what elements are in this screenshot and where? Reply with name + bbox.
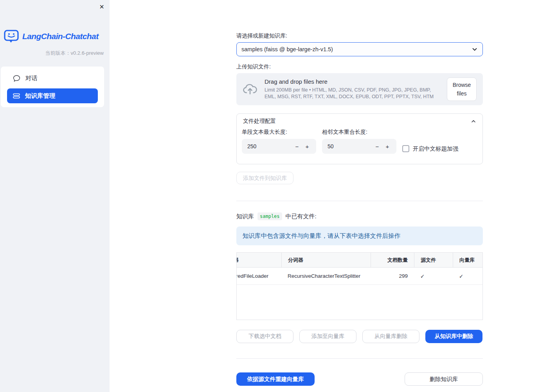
cloud-upload-icon [243,83,257,95]
add-files-button[interactable]: 添加文件到知识库 [236,172,293,184]
rebuild-vector-store-button[interactable]: 依据源文件重建向量库 [236,372,315,386]
cell-splitter[interactable]: RecursiveCharacterTextSplitter [281,268,371,284]
list-bars-icon [13,93,20,99]
file-config-expander: 文件处理配置 单段文本最大长度: 250 − + 相邻文本重合长度: 50 [236,113,483,164]
overlap-field: 相邻文本重合长度: 50 − + [322,129,396,156]
kb-files-table[interactable]: 文档加载器 分词器 文档数量 源文件 向量库 UnstructuredFileL… [236,252,483,320]
delete-kb-button[interactable]: 删除知识库 [405,372,483,386]
kb-select-label: 请选择或新建知识库: [236,32,483,39]
kb-select-value: samples (faiss @ bge-large-zh-v1.5) [241,46,472,52]
column-header-loader[interactable]: 文档加载器 [236,253,281,267]
add-to-vector-store-button[interactable]: 添加至向量库 [299,330,356,343]
chat-bubble-icon [13,75,20,82]
sidebar-item-label: 知识库管理 [25,92,56,100]
info-banner-text: 知识库中包含源文件与向量库，请从下表中选择文件后操作 [243,232,400,240]
kb-bottom-actions: 依据源文件重建向量库 删除知识库 [236,372,483,386]
column-header-vector-store[interactable]: 向量库 [453,253,483,267]
increment-button[interactable]: + [382,143,392,150]
increment-button[interactable]: + [302,143,312,150]
decrement-button[interactable]: − [372,143,382,150]
divider [236,358,483,359]
chunk-size-field: 单段文本最大长度: 250 − + [242,129,316,156]
kb-name-code: samples [257,212,282,220]
overlap-input[interactable]: 50 − + [322,139,396,154]
overlap-value[interactable]: 50 [328,143,372,149]
chevron-up-icon[interactable] [471,119,476,124]
cell-doc-count[interactable]: 299 [371,268,414,284]
main-content: 请选择或新建知识库: samples (faiss @ bge-large-zh… [236,0,483,386]
expander-header[interactable]: 文件处理配置 [237,114,482,128]
sidebar: × LangChain-Chatchat 当前版本：v0.2.6-preview… [0,0,110,392]
decrement-button[interactable]: − [292,143,302,150]
expander-body: 单段文本最大长度: 250 − + 相邻文本重合长度: 50 − + 开启中文标… [237,128,482,164]
sidebar-item-chat[interactable]: 对话 [7,70,98,86]
kb-files-suffix: 中已有文件: [286,213,317,220]
column-header-source-file[interactable]: 源文件 [414,253,453,267]
cell-vector-store-check[interactable]: ✓ [453,268,483,284]
version-text: 当前版本：v0.2.6-preview [0,50,110,57]
delete-from-vector-store-button[interactable]: 从向量库删除 [362,330,419,343]
dropzone-instructions: Drag and drop files here Limit 200MB per… [265,78,440,100]
cell-source-file-check[interactable]: ✓ [414,268,453,284]
column-header-splitter[interactable]: 分词器 [281,253,371,267]
table-header-row: 文档加载器 分词器 文档数量 源文件 向量库 [236,253,483,268]
app-title: LangChain-Chatchat [22,32,99,41]
column-header-doc-count[interactable]: 文档数量 [371,253,414,267]
table-row[interactable]: UnstructuredFileLoader RecursiveCharacte… [236,268,483,285]
download-selected-button[interactable]: 下载选中文档 [236,330,293,343]
sidebar-close-icon[interactable]: × [99,2,104,12]
chunk-size-value[interactable]: 250 [247,143,292,149]
chunk-size-label: 单段文本最大长度: [242,129,316,136]
expander-title: 文件处理配置 [243,118,276,125]
delete-from-kb-button[interactable]: 从知识库中删除 [425,330,482,343]
table-scroll-area[interactable]: 文档加载器 分词器 文档数量 源文件 向量库 UnstructuredFileL… [236,253,483,285]
chunk-size-input[interactable]: 250 − + [242,139,316,154]
kb-files-heading: 知识库 samples 中已有文件: [236,212,483,220]
zh-title-enhance-checkbox[interactable] [402,145,409,152]
file-dropzone[interactable]: Drag and drop files here Limit 200MB per… [236,73,483,105]
chevron-down-icon[interactable] [472,46,478,52]
chat-smiley-logo-icon [4,30,19,43]
kb-files-prefix: 知识库 [236,213,254,220]
dropzone-title: Drag and drop files here [265,78,437,85]
app-logo: LangChain-Chatchat [4,30,106,43]
zh-title-enhance-label: 开启中文标题加强 [413,145,458,153]
info-banner: 知识库中包含源文件与向量库，请从下表中选择文件后操作 [236,227,483,245]
sidebar-item-label: 对话 [25,74,38,83]
sidebar-menu: 对话 知识库管理 [1,67,104,107]
overlap-label: 相邻文本重合长度: [322,129,396,136]
divider [236,201,483,201]
file-actions: 下载选中文档 添加至向量库 从向量库删除 从知识库中删除 [236,330,483,343]
upload-label: 上传知识文件: [236,63,483,70]
cell-loader[interactable]: UnstructuredFileLoader [236,268,281,284]
browse-files-button[interactable]: Browse files [447,77,477,101]
sidebar-item-knowledge-base[interactable]: 知识库管理 [7,88,98,103]
dropzone-limit-text: Limit 200MB per file • HTML, MD, JSON, C… [265,87,437,100]
zh-title-enhance-field: 开启中文标题加强 [402,141,477,156]
kb-select[interactable]: samples (faiss @ bge-large-zh-v1.5) [236,42,483,56]
